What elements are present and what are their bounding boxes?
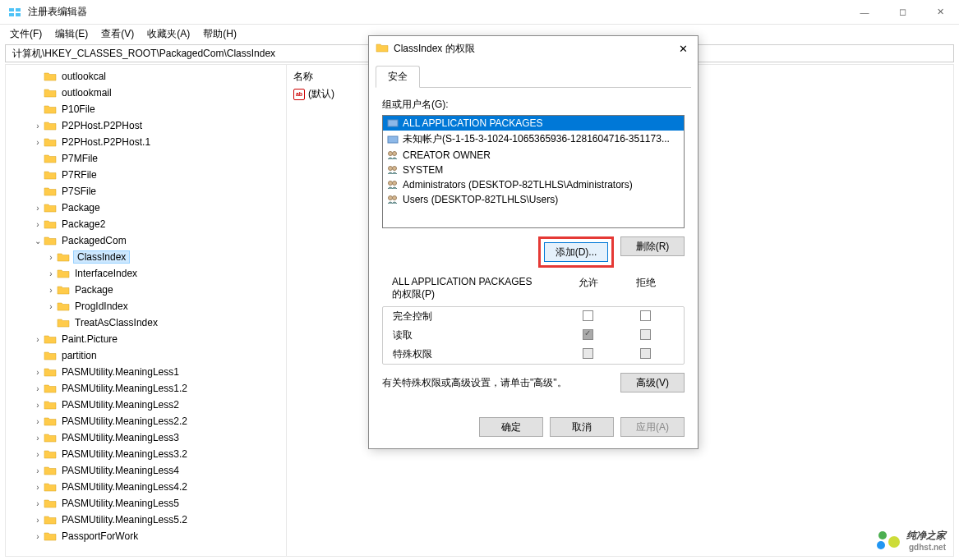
maximize-button[interactable]: ◻ <box>883 0 921 25</box>
deny-checkbox[interactable] <box>640 329 651 340</box>
tree-item[interactable]: ›Package <box>6 200 286 216</box>
tree-item[interactable]: ›P2PHost.P2PHost <box>6 117 286 134</box>
chevron-icon[interactable]: › <box>32 122 44 131</box>
chevron-icon[interactable]: › <box>32 434 44 443</box>
chevron-icon[interactable]: › <box>32 335 44 344</box>
tree-item[interactable]: ›Package2 <box>6 216 286 232</box>
tree-item[interactable]: ›P2PHost.P2PHost.1 <box>6 134 286 150</box>
menu-edit[interactable]: 编辑(E) <box>48 25 95 43</box>
chevron-icon[interactable]: › <box>32 516 44 525</box>
tree-item[interactable]: ›PASMUtility.MeaningLess5 <box>6 495 286 512</box>
chevron-icon[interactable]: › <box>32 401 44 410</box>
groups-listbox[interactable]: ALL APPLICATION PACKAGES未知帐户(S-1-15-3-10… <box>382 115 685 228</box>
menu-view[interactable]: 查看(V) <box>95 25 141 43</box>
registry-tree[interactable]: outlookcaloutlookmailP10File›P2PHost.P2P… <box>6 65 287 556</box>
tree-item[interactable]: ›Package <box>6 282 286 298</box>
tree-item[interactable]: ›PASMUtility.MeaningLess3.2 <box>6 446 286 462</box>
chevron-icon[interactable]: › <box>32 417 44 426</box>
tree-item[interactable]: ›ProgIdIndex <box>6 298 286 314</box>
chevron-icon[interactable]: › <box>45 286 57 295</box>
permission-row: 读取 <box>383 326 684 345</box>
chevron-icon[interactable]: › <box>45 269 57 278</box>
chevron-icon[interactable]: › <box>45 253 57 262</box>
tree-item[interactable]: outlookmail <box>6 85 286 101</box>
tree-item[interactable]: ›InterfaceIndex <box>6 265 286 282</box>
tree-item[interactable]: P7RFile <box>6 167 286 183</box>
svg-rect-4 <box>388 120 398 126</box>
cancel-button[interactable]: 取消 <box>550 417 614 437</box>
chevron-icon[interactable]: › <box>32 466 44 475</box>
group-row[interactable]: 未知帐户(S-1-15-3-1024-1065365936-1281604716… <box>383 131 684 148</box>
chevron-icon[interactable]: › <box>32 532 44 541</box>
tree-item[interactable]: P10File <box>6 101 286 117</box>
tree-item[interactable]: ›Paint.Picture <box>6 331 286 347</box>
tree-item[interactable]: ›PassportForWork <box>6 528 286 544</box>
deny-checkbox[interactable] <box>640 310 651 321</box>
tree-item[interactable]: P7MFile <box>6 150 286 167</box>
group-row[interactable]: SYSTEM <box>383 163 684 177</box>
tree-item[interactable]: P7SFile <box>6 183 286 200</box>
menu-help[interactable]: 帮助(H) <box>196 25 243 43</box>
tree-item-label: PASMUtility.MeaningLess3 <box>60 432 181 443</box>
chevron-icon[interactable]: › <box>32 220 44 229</box>
tree-item[interactable]: ›PASMUtility.MeaningLess2.2 <box>6 413 286 429</box>
ok-button[interactable]: 确定 <box>479 417 543 437</box>
tree-item[interactable]: ⌄PackagedCom <box>6 232 286 249</box>
close-button[interactable]: ✕ <box>921 0 959 25</box>
folder-icon <box>44 169 57 181</box>
tree-item[interactable]: ›PASMUtility.MeaningLess5.2 <box>6 512 286 528</box>
tree-item-label: P7MFile <box>60 153 99 164</box>
remove-button[interactable]: 删除(R) <box>620 236 685 256</box>
menu-file[interactable]: 文件(F) <box>3 25 48 43</box>
group-row[interactable]: ALL APPLICATION PACKAGES <box>383 116 684 131</box>
apply-button[interactable]: 应用(A) <box>620 417 685 437</box>
folder-icon <box>57 301 70 312</box>
chevron-icon[interactable]: › <box>45 302 57 311</box>
chevron-icon[interactable]: › <box>32 368 44 377</box>
group-row[interactable]: Administrators (DESKTOP-82TLHLS\Administ… <box>383 177 684 192</box>
minimize-button[interactable]: — <box>846 0 883 25</box>
advanced-button[interactable]: 高级(V) <box>620 373 685 392</box>
group-row[interactable]: Users (DESKTOP-82TLHLS\Users) <box>383 192 684 207</box>
menu-favorites[interactable]: 收藏夹(A) <box>141 25 196 43</box>
main-titlebar: 注册表编辑器 — ◻ ✕ <box>0 0 959 25</box>
tree-item[interactable]: ›ClassIndex <box>6 249 286 265</box>
tree-item[interactable]: ›PASMUtility.MeaningLess4 <box>6 462 286 479</box>
tree-item[interactable]: ›PASMUtility.MeaningLess1 <box>6 364 286 380</box>
window-controls: — ◻ ✕ <box>846 0 959 25</box>
allow-checkbox[interactable] <box>583 348 593 359</box>
tree-item-label: Package2 <box>60 218 107 230</box>
svg-point-13 <box>393 196 397 200</box>
tree-item-label: Paint.Picture <box>60 333 119 345</box>
folder-icon <box>44 153 57 164</box>
chevron-icon[interactable]: › <box>32 450 44 459</box>
allow-checkbox[interactable] <box>583 310 593 321</box>
dialog-titlebar[interactable]: ClassIndex 的权限 ✕ <box>369 36 698 61</box>
tab-security[interactable]: 安全 <box>376 66 420 88</box>
dialog-close-button[interactable]: ✕ <box>671 39 694 57</box>
tree-item[interactable]: ›PASMUtility.MeaningLess3 <box>6 429 286 446</box>
chevron-icon[interactable]: › <box>32 499 44 508</box>
tree-item[interactable]: partition <box>6 347 286 364</box>
tree-item[interactable]: ›PASMUtility.MeaningLess4.2 <box>6 479 286 495</box>
svg-rect-3 <box>16 13 21 16</box>
permissions-for-label-2: 的权限(P) <box>392 287 560 301</box>
chevron-icon[interactable]: › <box>32 483 44 492</box>
group-row[interactable]: CREATOR OWNER <box>383 148 684 163</box>
tree-item-label: ProgIdIndex <box>73 301 130 312</box>
allow-checkbox[interactable] <box>583 329 593 340</box>
tree-item-label: PASMUtility.MeaningLess4.2 <box>60 481 189 493</box>
tree-item[interactable]: ›PASMUtility.MeaningLess1.2 <box>6 380 286 397</box>
tree-item[interactable]: outlookcal <box>6 68 286 85</box>
tree-item[interactable]: TreatAsClassIndex <box>6 314 286 331</box>
deny-checkbox[interactable] <box>640 348 651 359</box>
tree-item[interactable]: ›PASMUtility.MeaningLess2 <box>6 397 286 413</box>
chevron-icon[interactable]: › <box>32 384 44 393</box>
column-header-deny: 拒绝 <box>617 276 675 301</box>
folder-icon <box>44 530 57 542</box>
chevron-icon[interactable]: › <box>32 204 44 213</box>
chevron-icon[interactable]: ⌄ <box>32 236 44 246</box>
add-button[interactable]: 添加(D)... <box>544 242 608 262</box>
svg-point-8 <box>389 167 393 171</box>
chevron-icon[interactable]: › <box>32 138 44 147</box>
